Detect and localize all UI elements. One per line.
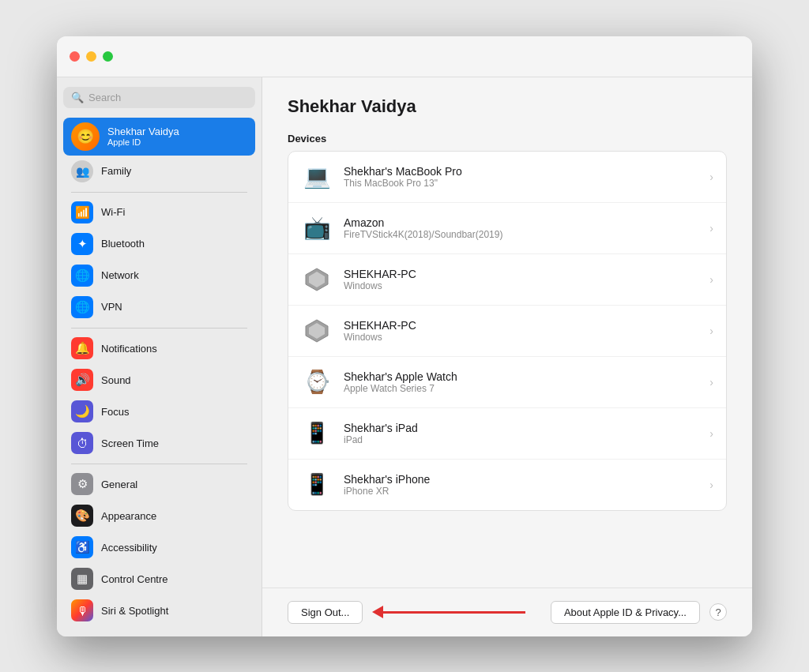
pc1-icon	[301, 264, 333, 295]
amazon-info: Amazon FireTVStick4K(2018)/Soundbar(2019…	[344, 216, 698, 240]
device-shekhar-pc-1[interactable]: SHEKHAR-PC Windows ›	[288, 254, 726, 306]
search-box[interactable]: 🔍 Search	[63, 87, 255, 108]
pc1-info: SHEKHAR-PC Windows	[344, 268, 698, 291]
sidebar-item-notifications[interactable]: 🔔 Notifications	[63, 332, 255, 364]
device-amazon[interactable]: 📺 Amazon FireTVStick4K(2018)/Soundbar(20…	[288, 203, 726, 254]
content-main: Shekhar Vaidya Devices 💻 Shekhar's MacBo…	[262, 77, 752, 588]
appearance-icon: 🎨	[71, 505, 93, 527]
sidebar-item-controlcentre[interactable]: ▦ Control Centre	[63, 563, 255, 595]
applewatch-icon: ⌚	[301, 366, 333, 398]
vpn-icon: 🌐	[71, 296, 93, 318]
maximize-button[interactable]	[103, 51, 113, 62]
sign-out-button[interactable]: Sign Out...	[288, 601, 363, 624]
system-preferences-window: 🔍 Search 😊 Shekhar Vaidya Apple ID 👥 Fam…	[57, 36, 752, 636]
device-ipad[interactable]: 📱 Shekhar's iPad iPad ›	[288, 408, 726, 460]
wifi-label: Wi-Fi	[101, 206, 125, 218]
arrow-indicator	[372, 606, 540, 618]
search-placeholder: Search	[88, 92, 121, 103]
device-shekhar-pc-2[interactable]: SHEKHAR-PC Windows ›	[288, 306, 726, 357]
user-name: Shekhar Vaidya	[107, 126, 179, 137]
sidebar-item-family[interactable]: 👥 Family	[63, 156, 255, 187]
family-text: Family	[101, 165, 131, 177]
help-button[interactable]: ?	[709, 603, 727, 621]
network-icon: 🌐	[71, 265, 93, 287]
sidebar-item-wifi[interactable]: 📶 Wi-Fi	[63, 197, 255, 228]
pc1-sub: Windows	[344, 280, 698, 291]
device-iphone[interactable]: 📱 Shekhar's iPhone iPhone XR ›	[288, 460, 726, 510]
sidebar-item-focus[interactable]: 🌙 Focus	[63, 396, 255, 427]
user-sublabel: Apple ID	[107, 137, 179, 147]
vpn-label: VPN	[101, 301, 122, 313]
ipad-name: Shekhar's iPad	[344, 422, 698, 434]
screentime-label: Screen Time	[101, 437, 159, 449]
sidebar-item-screentime[interactable]: ⏱ Screen Time	[63, 427, 255, 459]
sidebar-item-vpn[interactable]: 🌐 VPN	[63, 291, 255, 323]
amazon-sub: FireTVStick4K(2018)/Soundbar(2019)	[344, 229, 698, 240]
user-info: Shekhar Vaidya Apple ID	[107, 126, 179, 147]
iphone-name: Shekhar's iPhone	[344, 473, 698, 486]
sidebar-item-appearance[interactable]: 🎨 Appearance	[63, 500, 255, 531]
about-apple-id-button[interactable]: About Apple ID & Privacy...	[551, 601, 700, 624]
sound-label: Sound	[101, 374, 131, 386]
chevron-icon: ›	[709, 273, 713, 286]
family-icon: 👥	[71, 160, 93, 182]
close-button[interactable]	[70, 51, 80, 62]
bluetooth-label: Bluetooth	[101, 238, 145, 250]
controlcentre-icon: ▦	[71, 568, 93, 590]
focus-label: Focus	[101, 406, 129, 418]
sidebar-item-bluetooth[interactable]: ✦ Bluetooth	[63, 228, 255, 260]
pc2-info: SHEKHAR-PC Windows	[344, 319, 698, 343]
applewatch-info: Shekhar's Apple Watch Apple Watch Series…	[344, 370, 698, 394]
devices-header: Devices	[288, 133, 727, 145]
titlebar	[57, 36, 752, 77]
accessibility-label: Accessibility	[101, 542, 157, 554]
screentime-icon: ⏱	[71, 432, 93, 454]
minimize-button[interactable]	[86, 51, 96, 62]
amazon-name: Amazon	[344, 216, 698, 229]
sidebar-item-general[interactable]: ⚙ General	[63, 468, 255, 500]
main-layout: 🔍 Search 😊 Shekhar Vaidya Apple ID 👥 Fam…	[57, 77, 752, 636]
appearance-label: Appearance	[101, 510, 156, 522]
chevron-icon: ›	[709, 479, 713, 491]
sidebar-item-network[interactable]: 🌐 Network	[63, 260, 255, 291]
family-label: Family	[101, 165, 131, 177]
focus-icon: 🌙	[71, 400, 93, 422]
pc1-name: SHEKHAR-PC	[344, 268, 698, 280]
applewatch-sub: Apple Watch Series 7	[344, 383, 698, 394]
user-avatar: 😊	[71, 122, 100, 151]
controlcentre-label: Control Centre	[101, 573, 168, 585]
device-applewatch[interactable]: ⌚ Shekhar's Apple Watch Apple Watch Seri…	[288, 357, 726, 408]
network-label: Network	[101, 269, 139, 281]
notifications-icon: 🔔	[71, 337, 93, 359]
chevron-icon: ›	[709, 376, 713, 389]
pc2-sub: Windows	[344, 332, 698, 343]
macbook-name: Shekhar's MacBook Pro	[344, 165, 698, 178]
sidebar-item-siri[interactable]: 🎙 Siri & Spotlight	[63, 595, 255, 626]
red-arrow	[372, 606, 525, 618]
chevron-icon: ›	[709, 222, 713, 235]
macbook-icon: 💻	[301, 161, 333, 193]
devices-list: 💻 Shekhar's MacBook Pro This MacBook Pro…	[288, 151, 727, 511]
pc2-name: SHEKHAR-PC	[344, 319, 698, 332]
sidebar-item-sound[interactable]: 🔊 Sound	[63, 364, 255, 396]
accessibility-icon: ♿	[71, 536, 93, 558]
applewatch-name: Shekhar's Apple Watch	[344, 370, 698, 383]
ipad-sub: iPad	[344, 434, 698, 445]
sidebar-item-apple-id[interactable]: 😊 Shekhar Vaidya Apple ID	[63, 118, 255, 156]
arrowhead-icon	[372, 606, 383, 618]
ipad-icon: 📱	[301, 418, 333, 449]
siri-icon: 🎙	[71, 599, 93, 621]
sidebar-item-accessibility[interactable]: ♿ Accessibility	[63, 531, 255, 563]
iphone-icon: 📱	[301, 469, 333, 501]
iphone-info: Shekhar's iPhone iPhone XR	[344, 473, 698, 497]
bottom-bar: Sign Out... About Apple ID & Privacy... …	[262, 588, 752, 636]
device-macbook[interactable]: 💻 Shekhar's MacBook Pro This MacBook Pro…	[288, 152, 726, 203]
page-title: Shekhar Vaidya	[288, 96, 727, 117]
siri-label: Siri & Spotlight	[101, 605, 168, 617]
search-icon: 🔍	[71, 92, 84, 103]
general-icon: ⚙	[71, 473, 93, 495]
chevron-icon: ›	[709, 325, 713, 337]
traffic-lights	[70, 51, 113, 62]
chevron-icon: ›	[709, 171, 713, 183]
notifications-label: Notifications	[101, 343, 157, 355]
